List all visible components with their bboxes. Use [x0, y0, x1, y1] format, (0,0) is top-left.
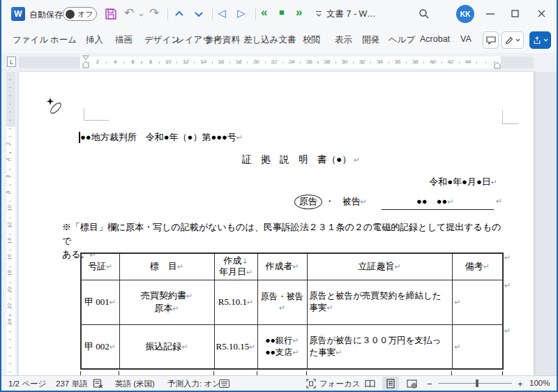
web-layout-button[interactable]	[403, 377, 420, 391]
language-indicator[interactable]: 英語 (米国)	[115, 379, 155, 389]
nav-down-icon[interactable]	[194, 11, 204, 17]
read-mode-button[interactable]	[361, 377, 378, 391]
zoom-level[interactable]: 100%	[529, 379, 550, 387]
ruler-number: 2	[96, 59, 99, 65]
page-indicator[interactable]: 1/2 ページ	[8, 379, 46, 389]
minimize-button[interactable]	[486, 13, 495, 15]
focus-button[interactable]: フォーカス	[319, 379, 361, 389]
undo-icon[interactable]: ↶	[124, 6, 134, 20]
text-boundary-mark	[502, 110, 503, 124]
word-window: W 自動保存 オフ ↶ ↷ ◁ ▷ « ■ » 文書 7 - W…	[0, 0, 558, 392]
proofing-error-icon[interactable]	[93, 379, 103, 389]
ruler-number: 22	[271, 59, 277, 65]
tab-7[interactable]: 参考資料	[205, 34, 240, 46]
indent-markers-icon[interactable]	[82, 55, 89, 68]
party-names[interactable]: ●● ●●↵	[416, 195, 454, 208]
read-mode-icon	[365, 379, 375, 388]
keyboard-icon[interactable]	[219, 379, 229, 388]
zoom-in-button[interactable]: +	[518, 379, 523, 389]
ruler-number: 4	[114, 59, 116, 65]
ruler-number: 8	[5, 190, 11, 193]
print-layout-button[interactable]	[382, 377, 399, 391]
document-heading[interactable]: 証 拠 説 明 書（●） ↵	[242, 153, 360, 166]
ruler-band[interactable]: 2468101214161820222426283032343638404244	[19, 56, 534, 68]
print-layout-icon	[386, 379, 395, 389]
ruler-number: 12	[183, 59, 189, 65]
word-count[interactable]: 237 単語	[56, 379, 87, 389]
qat-more-icon[interactable]	[315, 10, 322, 17]
ruler-number: 20	[6, 287, 13, 293]
editing-mode-button[interactable]	[502, 31, 524, 49]
text-boundary-mark	[502, 123, 518, 124]
signature-underline	[382, 209, 494, 210]
qat-separator	[212, 8, 213, 20]
table-row: 甲 002↵ 振込記録↵ R5.10.15↵ ●●銀行↵●●支店↵ 原告が被告に…	[81, 324, 503, 369]
header-sakuseisha: 作成者↵	[257, 253, 307, 280]
zoom-slider[interactable]	[438, 383, 512, 384]
search-icon[interactable]	[418, 8, 430, 20]
ruler-number: 18	[6, 270, 13, 276]
tab-8[interactable]: 差し込み文書	[243, 34, 296, 46]
tab-13[interactable]: Acrobat	[420, 34, 450, 44]
cell-date: R5.10.1↵	[214, 280, 257, 324]
tab-2[interactable]: ホーム	[50, 34, 77, 46]
vertical-ruler[interactable]: 24681012141618202224	[1, 72, 17, 375]
ruler-number: 18	[236, 59, 242, 65]
qat-separator	[167, 8, 168, 20]
forward-icon[interactable]: »	[296, 6, 302, 20]
pen-icon	[505, 36, 513, 45]
comment-icon	[486, 36, 496, 45]
ruler-number: 4	[5, 158, 11, 161]
tab-10[interactable]: 表示	[335, 34, 352, 46]
autosave-toggle[interactable]: オフ	[63, 7, 97, 21]
right-indent-marker-icon[interactable]	[494, 62, 501, 69]
ruler-number: 30	[342, 59, 348, 65]
ruler-number: 10	[6, 205, 13, 211]
document-page[interactable]: ●●地方裁判所 令和●年（●）第●●●号↵ 証 拠 説 明 書（●） ↵ 令和●…	[19, 72, 534, 375]
cell-note: ↵	[452, 280, 503, 324]
paragraph-mark: ↵	[354, 156, 360, 165]
maximize-button[interactable]	[511, 10, 519, 17]
tab-5[interactable]: デザイン	[144, 34, 180, 46]
save-icon[interactable]	[105, 8, 117, 20]
autosave-label: 自動保存	[29, 9, 63, 21]
tab-11[interactable]: 開発	[362, 34, 379, 46]
ruler-number: 24	[289, 59, 295, 65]
header-sakusei-date: 作成↓年月日↵	[214, 253, 257, 280]
cell-purpose: 原告と被告が売買契約を締結した事実↵	[307, 280, 452, 324]
evidence-table[interactable]: 号証↵ 標 目↵ 作成↓年月日↵ 作成者↵ 立証趣旨↵ 備考↵ 甲 001↵ 売…	[80, 252, 504, 370]
tab-4[interactable]: 描画	[115, 34, 133, 46]
zoom-out-button[interactable]: −	[427, 379, 432, 389]
qat-separator	[255, 8, 256, 20]
header-bikou: 備考↵	[452, 253, 503, 280]
share-button[interactable]	[529, 31, 551, 49]
tab-selector[interactable]: L	[7, 56, 16, 67]
case-number-line[interactable]: ●●地方裁判所 令和●年（●）第●●●号↵	[80, 131, 243, 144]
comments-button[interactable]	[483, 31, 499, 49]
next-icon[interactable]: ▷	[237, 7, 246, 20]
tab-14[interactable]: VA	[460, 34, 472, 44]
zoom-slider-thumb[interactable]	[476, 379, 478, 387]
word-app-icon[interactable]: W	[11, 7, 25, 21]
nav-up-icon[interactable]	[174, 10, 184, 17]
ruler-number: 44	[465, 59, 472, 65]
avatar[interactable]: KK	[456, 5, 474, 23]
redo-icon[interactable]: ↷	[149, 6, 159, 20]
ruler-number: 8	[149, 59, 152, 65]
autosave-state: オフ	[77, 9, 93, 20]
tab-3[interactable]: 挿入	[86, 34, 103, 46]
tab-1[interactable]: ファイル	[13, 34, 48, 46]
rewind-icon[interactable]: «	[261, 6, 267, 20]
prev-icon[interactable]: ◁	[218, 7, 226, 20]
tab-9[interactable]: 校閲	[303, 34, 320, 46]
date-line[interactable]: 令和●年●月●日↵	[429, 176, 497, 188]
ime-prediction-indicator[interactable]: 予測入力: オン	[167, 379, 220, 389]
ruler-number: 24	[6, 319, 13, 325]
party-line[interactable]: 原告・被告↵	[294, 195, 367, 209]
undo-dropdown-icon[interactable]	[139, 13, 144, 17]
tab-12[interactable]: ヘルプ	[389, 34, 415, 46]
ruler-number: 10	[165, 59, 172, 65]
stop-icon[interactable]: ■	[279, 7, 285, 17]
close-button[interactable]	[538, 10, 545, 17]
ruler-number: 34	[377, 59, 383, 65]
